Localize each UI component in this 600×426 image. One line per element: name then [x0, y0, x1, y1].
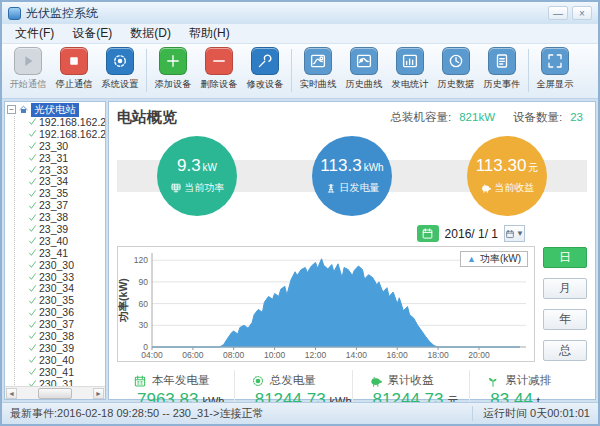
- add-device-button[interactable]: 添加设备: [150, 47, 196, 91]
- stop-icon: [65, 52, 83, 70]
- period-button-year[interactable]: 年: [543, 309, 587, 330]
- device-label: 23_31: [39, 152, 68, 164]
- tree-item-device[interactable]: 23_40: [15, 235, 105, 247]
- close-button[interactable]: ×: [572, 6, 592, 20]
- tree-item-device[interactable]: 230_37: [15, 318, 105, 330]
- history-clock-icon: [447, 52, 465, 70]
- tree-item-device[interactable]: 230_31: [15, 378, 105, 386]
- date-picker: 2016/ 1/ 1 ▼: [117, 224, 525, 243]
- gear-icon: [111, 52, 129, 70]
- tree-item-device[interactable]: 192.168.162.249: [15, 116, 105, 128]
- toolbar-button-label: 删除设备: [201, 78, 238, 91]
- calendar-button[interactable]: [417, 225, 439, 242]
- tree-item-device[interactable]: 23_41: [15, 247, 105, 259]
- tree-item-device[interactable]: 23_38: [15, 211, 105, 223]
- tree-item-device[interactable]: 23_30: [15, 140, 105, 152]
- date-value[interactable]: 2016/ 1/ 1: [442, 227, 501, 241]
- tree-item-device[interactable]: 23_35: [15, 187, 105, 199]
- stat-label: 累计收益: [388, 373, 434, 388]
- tree-item-device[interactable]: 230_38: [15, 330, 105, 342]
- device-label: 230_39: [39, 342, 74, 354]
- minimize-button[interactable]: —: [548, 6, 568, 20]
- svg-text:功率(kW): 功率(kW): [118, 278, 129, 323]
- power-tower-icon: [325, 182, 337, 194]
- tree-item-device[interactable]: 192.168.162.250: [15, 128, 105, 140]
- tree-root-station[interactable]: −光伏电站: [7, 103, 105, 116]
- plus-icon: [164, 52, 182, 70]
- tree-item-device[interactable]: 230_39: [15, 342, 105, 354]
- check-icon: [28, 213, 37, 222]
- gauge-label: 当前收益: [480, 181, 535, 195]
- gauge-daily-energy: 113.3kWh日发电量: [312, 136, 392, 216]
- fullscreen-button[interactable]: 全屏显示: [532, 47, 578, 91]
- check-icon: [28, 248, 37, 257]
- svg-text:120: 120: [134, 255, 148, 265]
- tree-item-device[interactable]: 23_33: [15, 164, 105, 176]
- tree-item-device[interactable]: 230_35: [15, 294, 105, 306]
- period-button-total[interactable]: 总: [543, 340, 587, 361]
- calendar-icon: [505, 229, 515, 239]
- calendar-dropdown-button[interactable]: ▼: [504, 225, 525, 242]
- bar-chart-icon: [401, 52, 419, 70]
- menu-device[interactable]: 设备(E): [63, 24, 121, 43]
- gauge-value: 9.3kW: [177, 157, 217, 177]
- check-icon: [28, 236, 37, 245]
- tree-collapse-icon[interactable]: −: [7, 105, 16, 114]
- history-data-button[interactable]: 历史数据: [433, 47, 479, 91]
- tree-item-device[interactable]: 23_34: [15, 175, 105, 187]
- device-label: 230_34: [39, 282, 74, 294]
- tree-item-device[interactable]: 23_31: [15, 152, 105, 164]
- toolbar-button-label: 停止通信: [56, 78, 93, 91]
- app-window: 光伏监控系统 — × 文件(F) 设备(E) 数据(D) 帮助(H) 开始通信停…: [0, 0, 600, 426]
- menu-help[interactable]: 帮助(H): [180, 24, 239, 43]
- tree-item-device[interactable]: 230_34: [15, 282, 105, 294]
- tree-item-device[interactable]: 23_37: [15, 199, 105, 211]
- menu-file[interactable]: 文件(F): [6, 24, 63, 43]
- gauge-current-income: 113.30元当前收益: [467, 136, 547, 216]
- toolbar-button-label: 修改设备: [247, 78, 284, 91]
- sprout-icon: [486, 374, 500, 388]
- tree-item-device[interactable]: 23_39: [15, 223, 105, 235]
- solar-panel-icon: [170, 182, 182, 194]
- device-label: 192.168.162.250: [39, 128, 105, 140]
- device-label: 23_33: [39, 164, 68, 176]
- period-button-day[interactable]: 日: [543, 247, 587, 268]
- scrollbar-thumb[interactable]: [38, 388, 72, 399]
- tree-item-device[interactable]: 230_41: [15, 366, 105, 378]
- overview-header: 电站概览 总装机容量:821kW 设备数量:23: [117, 106, 587, 128]
- gauges-section: 9.3kW当前功率113.3kWh日发电量113.30元当前收益: [117, 130, 587, 222]
- realtime-curve-icon: [309, 52, 327, 70]
- device-label: 230_40: [39, 354, 74, 366]
- check-icon: [28, 177, 37, 186]
- toolbar-button-label: 历史事件: [484, 78, 521, 91]
- device-label: 23_34: [39, 175, 68, 187]
- tree-item-device[interactable]: 230_36: [15, 306, 105, 318]
- sidebar-horizontal-scrollbar[interactable]: ◄ ►: [5, 386, 105, 399]
- piggy-bank-icon: [480, 182, 492, 194]
- tree-item-device[interactable]: 230_40: [15, 354, 105, 366]
- system-settings-button[interactable]: 系统设置: [97, 47, 143, 91]
- check-icon: [28, 224, 37, 233]
- tree-item-device[interactable]: 230_33: [15, 271, 105, 283]
- realtime-curve-button[interactable]: 实时曲线: [295, 47, 341, 91]
- tree-item-device[interactable]: 230_30: [15, 259, 105, 271]
- capacity-label: 总装机容量:: [391, 111, 452, 123]
- modify-device-button[interactable]: 修改设备: [242, 47, 288, 91]
- history-curve-button[interactable]: 历史曲线: [341, 47, 387, 91]
- gauge-current-power: 9.3kW当前功率: [157, 136, 237, 216]
- scroll-right-arrow[interactable]: ►: [93, 388, 104, 399]
- svg-text:60: 60: [139, 299, 149, 309]
- stop-communication-button[interactable]: 停止通信: [51, 47, 97, 91]
- check-icon: [28, 129, 37, 138]
- gauge-label: 当前功率: [170, 181, 225, 195]
- toolbar-button-label: 全屏显示: [537, 78, 574, 91]
- delete-device-button[interactable]: 删除设备: [196, 47, 242, 91]
- device-count-value: 23: [570, 111, 583, 123]
- history-events-button[interactable]: 历史事件: [479, 47, 525, 91]
- generation-stats-button[interactable]: 发电统计: [387, 47, 433, 91]
- check-icon: [28, 331, 37, 340]
- period-button-month[interactable]: 月: [543, 278, 587, 299]
- menu-data[interactable]: 数据(D): [121, 24, 180, 43]
- scroll-left-arrow[interactable]: ◄: [6, 388, 17, 399]
- content-area: −光伏电站192.168.162.249192.168.162.25023_30…: [2, 99, 598, 402]
